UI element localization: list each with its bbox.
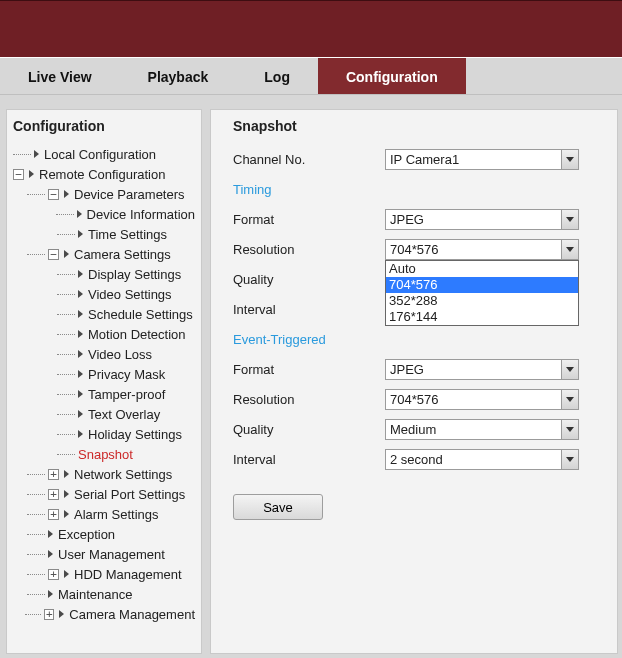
- expand-icon[interactable]: +: [48, 469, 59, 480]
- svg-marker-0: [566, 157, 574, 162]
- timing-quality-label: Quality: [233, 272, 385, 287]
- tree-schedule-settings[interactable]: Schedule Settings: [13, 304, 195, 324]
- tree-remote-configuration[interactable]: − Remote Configuration: [13, 164, 195, 184]
- timing-resolution-value: 704*576: [390, 242, 438, 257]
- channel-no-value: IP Camera1: [390, 152, 459, 167]
- collapse-icon[interactable]: −: [48, 189, 59, 200]
- top-banner: [0, 0, 622, 57]
- event-interval-select[interactable]: 2 second: [385, 449, 579, 470]
- chevron-down-icon: [561, 210, 578, 229]
- tree-user-management[interactable]: User Management: [13, 544, 195, 564]
- tree-snapshot[interactable]: Snapshot: [13, 444, 195, 464]
- tree-motion-detection[interactable]: Motion Detection: [13, 324, 195, 344]
- chevron-down-icon: [561, 240, 578, 259]
- event-resolution-label: Resolution: [233, 392, 385, 407]
- tree-tamper-proof[interactable]: Tamper-proof: [13, 384, 195, 404]
- chevron-right-icon: [78, 230, 83, 238]
- tree-camera-management[interactable]: + Camera Management: [13, 604, 195, 624]
- tree-local-configuration[interactable]: Local Configuration: [13, 144, 195, 164]
- channel-no-select[interactable]: IP Camera1: [385, 149, 579, 170]
- chevron-right-icon: [64, 190, 69, 198]
- tree-video-loss[interactable]: Video Loss: [13, 344, 195, 364]
- chevron-right-icon: [78, 270, 83, 278]
- timing-format-value: JPEG: [390, 212, 424, 227]
- collapse-icon[interactable]: −: [13, 169, 24, 180]
- chevron-right-icon: [64, 490, 69, 498]
- event-triggered-header: Event-Triggered: [233, 328, 595, 352]
- content-panel: Snapshot Channel No. IP Camera1 Timing F…: [210, 109, 618, 654]
- expand-icon[interactable]: +: [48, 489, 59, 500]
- timing-format-select[interactable]: JPEG: [385, 209, 579, 230]
- chevron-right-icon: [78, 430, 83, 438]
- event-quality-select[interactable]: Medium: [385, 419, 579, 440]
- tree-network-settings[interactable]: + Network Settings: [13, 464, 195, 484]
- resolution-option-auto[interactable]: Auto: [386, 261, 578, 277]
- chevron-down-icon: [561, 360, 578, 379]
- tree-display-settings[interactable]: Display Settings: [13, 264, 195, 284]
- page-title: Snapshot: [233, 118, 595, 134]
- svg-marker-4: [566, 397, 574, 402]
- chevron-down-icon: [561, 450, 578, 469]
- chevron-right-icon: [29, 170, 34, 178]
- chevron-right-icon: [34, 150, 39, 158]
- svg-marker-3: [566, 367, 574, 372]
- tree-time-settings[interactable]: Time Settings: [13, 224, 195, 244]
- event-format-label: Format: [233, 362, 385, 377]
- event-resolution-value: 704*576: [390, 392, 438, 407]
- tree-alarm-settings[interactable]: + Alarm Settings: [13, 504, 195, 524]
- event-quality-value: Medium: [390, 422, 436, 437]
- tree-device-information[interactable]: Device Information: [13, 204, 195, 224]
- tree-privacy-mask[interactable]: Privacy Mask: [13, 364, 195, 384]
- tree-maintenance[interactable]: Maintenance: [13, 584, 195, 604]
- tab-strip: Live View Playback Log Configuration: [0, 57, 622, 95]
- expand-icon[interactable]: +: [48, 569, 59, 580]
- event-resolution-select[interactable]: 704*576: [385, 389, 579, 410]
- svg-marker-2: [566, 247, 574, 252]
- expand-icon[interactable]: +: [44, 609, 54, 620]
- resolution-option-704x576[interactable]: 704*576: [386, 277, 578, 293]
- config-tree: Local Configuration − Remote Configurati…: [13, 144, 195, 624]
- timing-interval-label: Interval: [233, 302, 385, 317]
- tree-text-overlay[interactable]: Text Overlay: [13, 404, 195, 424]
- chevron-right-icon: [48, 550, 53, 558]
- event-format-select[interactable]: JPEG: [385, 359, 579, 380]
- chevron-down-icon: [561, 420, 578, 439]
- expand-icon[interactable]: +: [48, 509, 59, 520]
- event-quality-label: Quality: [233, 422, 385, 437]
- tree-hdd-management[interactable]: + HDD Management: [13, 564, 195, 584]
- tree-device-parameters[interactable]: − Device Parameters: [13, 184, 195, 204]
- chevron-right-icon: [48, 590, 53, 598]
- tab-configuration[interactable]: Configuration: [318, 58, 466, 94]
- event-interval-label: Interval: [233, 452, 385, 467]
- tree-serial-port-settings[interactable]: + Serial Port Settings: [13, 484, 195, 504]
- chevron-right-icon: [64, 570, 69, 578]
- tab-live-view[interactable]: Live View: [0, 58, 120, 94]
- timing-resolution-select[interactable]: 704*576 Auto 704*576 352*288 176*144: [385, 239, 579, 260]
- event-format-value: JPEG: [390, 362, 424, 377]
- chevron-right-icon: [77, 210, 82, 218]
- chevron-right-icon: [78, 370, 83, 378]
- timing-format-label: Format: [233, 212, 385, 227]
- timing-resolution-options: Auto 704*576 352*288 176*144: [385, 260, 579, 326]
- chevron-right-icon: [78, 390, 83, 398]
- svg-marker-1: [566, 217, 574, 222]
- channel-no-label: Channel No.: [233, 152, 385, 167]
- tree-exception[interactable]: Exception: [13, 524, 195, 544]
- resolution-option-352x288[interactable]: 352*288: [386, 293, 578, 309]
- save-button[interactable]: Save: [233, 494, 323, 520]
- chevron-right-icon: [78, 410, 83, 418]
- chevron-right-icon: [48, 530, 53, 538]
- chevron-right-icon: [78, 290, 83, 298]
- collapse-icon[interactable]: −: [48, 249, 59, 260]
- tab-log[interactable]: Log: [236, 58, 318, 94]
- tree-video-settings[interactable]: Video Settings: [13, 284, 195, 304]
- timing-header: Timing: [233, 178, 595, 202]
- chevron-down-icon: [561, 150, 578, 169]
- chevron-right-icon: [64, 470, 69, 478]
- tree-camera-settings[interactable]: − Camera Settings: [13, 244, 195, 264]
- chevron-down-icon: [561, 390, 578, 409]
- tree-holiday-settings[interactable]: Holiday Settings: [13, 424, 195, 444]
- timing-resolution-label: Resolution: [233, 242, 385, 257]
- tab-playback[interactable]: Playback: [120, 58, 237, 94]
- resolution-option-176x144[interactable]: 176*144: [386, 309, 578, 325]
